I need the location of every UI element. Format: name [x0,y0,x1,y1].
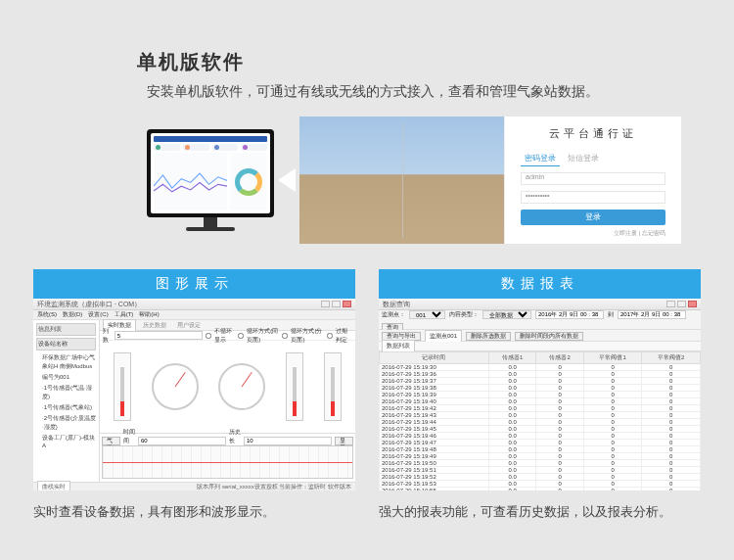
table-cell: 0 [642,398,701,405]
opt-cycle1[interactable] [238,333,244,339]
table-header[interactable]: 平常阀值1 [583,352,642,364]
table-row[interactable]: 2016-07-29 15:19:380.0000 [380,385,701,392]
table-cell: 0 [536,426,584,433]
tree-item[interactable]: ·1号传感器(气温·湿度) [36,383,96,402]
table-cell: 0 [583,453,642,460]
table-row[interactable]: 2016-07-29 15:19:530.0000 [380,481,701,488]
table-cell: 0 [642,426,701,433]
table-cell: 2016-07-29 15:19:55 [380,488,489,491]
tree-item[interactable]: 环保数据广场中心气象站H 南侧Modbus [36,352,96,372]
table-cell: 0 [583,419,642,426]
tree-item[interactable]: ·1号传感器(气象站) [36,402,96,413]
table-cell: 0 [642,378,701,385]
table-cell: 0 [642,419,701,426]
table-cell: 0.0 [488,419,536,426]
table-cell: 0 [536,453,584,460]
table-cell: 0 [642,385,701,392]
table-cell: 2016-07-29 15:19:30 [380,364,489,371]
login-tab-password[interactable]: 密码登录 [521,151,560,166]
table-row[interactable]: 2016-07-29 15:19:390.0000 [380,392,701,398]
table-cell: 0.0 [488,405,536,412]
table-row[interactable]: 2016-07-29 15:19:370.0000 [380,378,701,385]
table-cell: 0 [642,392,701,398]
opt-none[interactable] [206,333,211,339]
table-row[interactable]: 2016-07-29 15:19:520.0000 [380,474,701,481]
table-cell: 0.0 [488,371,536,378]
type-select[interactable]: 全部数据 [482,310,531,319]
close-icon[interactable] [688,301,697,307]
table-cell: 0 [642,433,701,440]
page-subtitle: 安装单机版软件，可通过有线或无线的方式接入，查看和管理气象站数据。 [0,75,734,101]
table-row[interactable]: 2016-07-29 15:19:550.0000 [380,488,701,491]
table-cell: 2016-07-29 15:19:44 [380,419,489,426]
delete-button[interactable]: 删除所选数据 [466,332,511,341]
table-row[interactable]: 2016-07-29 15:19:450.0000 [380,426,701,433]
username-input[interactable]: admin [521,172,665,185]
station-select[interactable]: 001 [409,310,445,319]
table-row[interactable]: 2016-07-29 15:19:300.0000 [380,364,701,371]
tree-item[interactable]: 编号为001 [36,372,96,383]
menu-data[interactable]: 数据(D) [63,310,82,319]
report-table: 记录时间传感器1传感器2平常阀值1平常阀值2 2016-07-29 15:19:… [379,351,701,490]
table-row[interactable]: 2016-07-29 15:19:400.0000 [380,398,701,405]
table-row[interactable]: 2016-07-29 15:19:460.0000 [380,433,701,440]
table-row[interactable]: 2016-07-29 15:19:470.0000 [380,440,701,446]
tree-header: 设备站名称 [36,338,96,350]
table-row[interactable]: 2016-07-29 15:19:360.0000 [380,371,701,378]
table-row[interactable]: 2016-07-29 15:19:500.0000 [380,460,701,467]
table-cell: 0 [583,371,642,378]
menu-help[interactable]: 帮助(H) [139,310,159,319]
date-to-input[interactable] [618,310,686,319]
tree-item[interactable]: 设备工厂(原厂)-模块A [36,433,96,449]
wave-channel-select[interactable]: 气温曲线 [102,437,120,445]
wave-tab-realtime[interactable]: 曲线实时 [37,481,70,491]
opt-cycle2[interactable] [282,333,288,339]
col-count-input[interactable] [115,331,203,340]
table-header[interactable]: 传感器1 [488,352,536,364]
table-row[interactable]: 2016-07-29 15:19:430.0000 [380,412,701,419]
password-input[interactable]: •••••••••• [521,191,665,204]
graph-app-statusbar: 曲线实时 版本序列 serial_xxxxx设置授权 当前操作：监听时 软件版本 [33,482,355,490]
tab-user[interactable]: 用户设定 [173,320,205,331]
panel-report-header: 数据报表 [379,269,701,299]
table-row[interactable]: 2016-07-29 15:19:480.0000 [380,446,701,453]
table-header[interactable]: 记录时间 [380,352,489,364]
opt-over[interactable] [327,333,333,339]
minimize-icon[interactable] [666,301,675,307]
table-row[interactable]: 2016-07-29 15:19:510.0000 [380,467,701,474]
length-input[interactable] [244,437,332,445]
table-header[interactable]: 传感器2 [536,352,584,364]
table-row[interactable]: 2016-07-29 15:19:420.0000 [380,405,701,412]
thermometer-gauge [286,352,303,421]
table-cell: 2016-07-29 15:19:50 [380,460,489,467]
report-app-window: 数据查询 监测点： 001 内容类型： 全部数据 到 查询 [379,299,701,490]
station-label: 监测点： [382,310,405,319]
menu-system[interactable]: 系统(S) [37,310,57,319]
maximize-icon[interactable] [332,301,341,307]
login-tab-sms[interactable]: 短信登录 [564,151,603,165]
table-cell: 2016-07-29 15:19:43 [380,412,489,419]
tree-item[interactable]: ·2号传感器(介质温度·湿度) [36,413,96,433]
table-cell: 0 [583,433,642,440]
login-links[interactable]: 立即注册 | 忘记密码 [521,229,665,238]
graph-app-menubar[interactable]: 系统(S) 数据(D) 设置(C) 工具(T) 帮助(H) [33,310,355,320]
table-header[interactable]: 平常阀值2 [642,352,701,364]
login-button[interactable]: 登录 [521,210,665,225]
wave-range-button[interactable]: 显示范围 [335,437,353,445]
close-icon[interactable] [343,301,351,307]
table-row[interactable]: 2016-07-29 15:19:440.0000 [380,419,701,426]
date-from-input[interactable] [535,310,604,319]
table-row[interactable]: 2016-07-29 15:19:490.0000 [380,453,701,460]
tab-history[interactable]: 历史数据 [139,320,170,331]
report-table-wrap[interactable]: 记录时间传感器1传感器2平常阀值1平常阀值2 2016-07-29 15:19:… [379,351,701,490]
table-cell: 0.0 [488,446,536,453]
table-cell: 0 [536,392,584,398]
maximize-icon[interactable] [677,301,686,307]
minimize-icon[interactable] [321,301,330,307]
interval-input[interactable] [138,437,226,445]
delete-range-button[interactable]: 删除时间段内所有数据 [515,332,583,341]
table-cell: 0 [536,488,584,491]
dial-gauge [152,363,199,410]
login-photo [299,117,505,244]
device-tree[interactable]: 信息列表 设备站名称 环保数据广场中心气象站H 南侧Modbus 编号为001 … [33,320,100,482]
